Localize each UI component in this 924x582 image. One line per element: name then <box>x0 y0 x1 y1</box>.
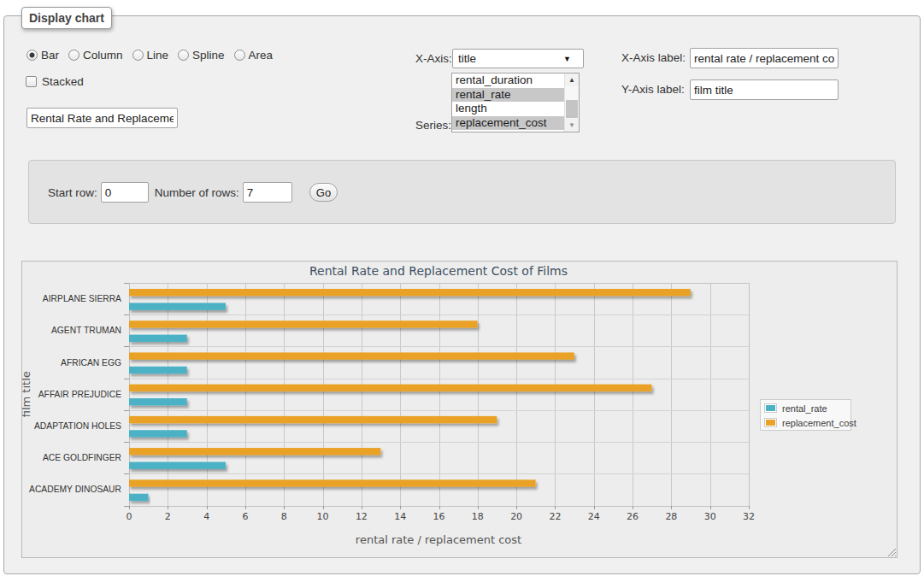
stacked-row: Stacked <box>26 74 84 88</box>
x-tick-label: 18 <box>472 511 484 522</box>
bar-replacement_cost-4 <box>129 416 497 423</box>
x-tick-label: 0 <box>127 511 132 522</box>
x-tick-label: 32 <box>743 511 755 522</box>
category-label: ACE GOLDFINGER <box>43 453 121 462</box>
x-tick-label: 26 <box>627 511 639 522</box>
category-label: AFFAIR PREJUDICE <box>38 390 121 399</box>
fieldset-legend: Display chart <box>21 7 112 29</box>
category-label: ACADEMY DINOSAUR <box>29 485 121 494</box>
x-tick-label: 4 <box>203 511 209 522</box>
series-option-replacement_cost[interactable]: replacement_cost <box>452 116 564 131</box>
bar-rental_rate-0 <box>129 303 226 309</box>
bar-rental_rate-1 <box>129 335 187 342</box>
legend-label-rental_rate: rental_rate <box>782 403 827 414</box>
x-tick-label: 20 <box>510 511 522 522</box>
series-option-rental_rate[interactable]: rental_rate <box>452 88 564 103</box>
x-axis-label-label: X-Axis label: <box>621 51 686 64</box>
num-rows-label: Number of rows: <box>155 186 239 199</box>
bar-replacement_cost-0 <box>129 289 691 296</box>
x-tick-label: 8 <box>281 511 287 522</box>
bar-rental_rate-2 <box>129 367 187 373</box>
scrollbar-thumb[interactable] <box>566 100 578 118</box>
x-tick-label: 16 <box>433 511 445 522</box>
chart-type-radio-line[interactable] <box>132 50 144 61</box>
bar-rental_rate-4 <box>129 430 187 437</box>
x-tick-label: 6 <box>242 511 248 522</box>
display-chart-fieldset: Display chart BarColumnLineSplineArea St… <box>3 15 921 574</box>
x-tick-label: 30 <box>704 511 716 522</box>
chart-type-label-spline: Spline <box>192 49 225 62</box>
legend-row-rental_rate: rental_rate <box>764 401 847 415</box>
go-button[interactable]: Go <box>309 183 338 202</box>
num-rows-input[interactable] <box>243 182 292 203</box>
category-label: ADAPTATION HOLES <box>34 421 121 431</box>
x-tick-label: 24 <box>588 511 600 522</box>
legend-label-replacement_cost: replacement_cost <box>782 418 856 428</box>
x-axis-select-value: title <box>458 52 563 65</box>
bar-rental_rate-3 <box>129 398 187 405</box>
x-axis-label: X-Axis: <box>415 52 452 65</box>
rows-panel-inner: Start row: Number of rows: Go <box>48 181 338 203</box>
x-axis-select[interactable]: title ▼ <box>452 49 584 68</box>
y-axis-label-input[interactable] <box>690 79 839 100</box>
chart-type-radio-group: BarColumnLineSplineArea <box>26 48 282 62</box>
chart-type-label-column: Column <box>83 49 123 62</box>
listbox-scrollbar[interactable]: ▲ ▼ <box>564 73 579 132</box>
chart-type-label-line: Line <box>147 49 169 62</box>
start-row-label: Start row: <box>48 186 97 199</box>
x-axis-title: rental rate / replacement cost <box>356 533 521 546</box>
series-options: rental_durationrental_ratelengthreplacem… <box>452 73 564 132</box>
x-tick-label: 10 <box>317 511 329 522</box>
bar-replacement_cost-3 <box>129 385 651 391</box>
start-row-input[interactable] <box>101 182 149 203</box>
bar-replacement_cost-5 <box>129 448 380 455</box>
legend-row-replacement_cost: replacement_cost <box>764 415 847 430</box>
scrollbar-down-icon[interactable]: ▼ <box>565 119 579 132</box>
bar-replacement_cost-1 <box>129 320 478 327</box>
chart-legend: rental_ratereplacement_cost <box>760 399 851 431</box>
series-option-length[interactable]: length <box>452 102 564 116</box>
x-axis-label-input[interactable] <box>690 48 839 68</box>
x-tick-label: 22 <box>549 511 561 522</box>
y-axis-title: film title <box>22 371 32 417</box>
chart-type-radio-bar[interactable] <box>26 50 38 61</box>
scrollbar-up-icon[interactable]: ▲ <box>565 73 579 86</box>
x-tick-label: 28 <box>665 511 677 522</box>
series-label: Series: <box>415 119 451 132</box>
stacked-checkbox[interactable] <box>26 76 37 87</box>
legend-swatch-replacement_cost <box>764 418 777 427</box>
bar-replacement_cost-2 <box>129 352 574 359</box>
series-option-rental_duration[interactable]: rental_duration <box>452 73 564 88</box>
category-label: AIRPLANE SIERRA <box>43 294 121 303</box>
stacked-label: Stacked <box>42 75 84 88</box>
category-label: AGENT TRUMAN <box>51 326 121 335</box>
chart-type-label-area: Area <box>249 49 274 62</box>
category-label: AFRICAN EGG <box>61 358 121 367</box>
series-listbox[interactable]: rental_durationrental_ratelengthreplacem… <box>451 73 580 132</box>
chart-title: Rental Rate and Replacement Cost of Film… <box>309 264 568 278</box>
bar-replacement_cost-6 <box>129 479 536 486</box>
y-axis-label-label: Y-Axis label: <box>621 83 685 96</box>
x-tick-label: 2 <box>165 511 171 522</box>
bar-rental_rate-5 <box>129 461 226 468</box>
chart-type-label-bar: Bar <box>41 49 59 62</box>
chart-type-radio-area[interactable] <box>234 50 245 61</box>
chart-container: Rental Rate and Replacement Cost of Film… <box>21 261 898 558</box>
chart-type-radio-spline[interactable] <box>178 50 189 61</box>
x-tick-label: 14 <box>394 511 406 522</box>
legend-swatch-rental_rate <box>764 403 777 413</box>
dropdown-arrow-icon: ▼ <box>563 55 571 63</box>
chart-type-radio-column[interactable] <box>68 50 79 61</box>
rows-panel: Start row: Number of rows: Go <box>28 160 896 224</box>
chart-title-input[interactable] <box>26 108 178 128</box>
bar-rental_rate-6 <box>129 494 148 501</box>
x-tick-label: 12 <box>356 511 368 522</box>
